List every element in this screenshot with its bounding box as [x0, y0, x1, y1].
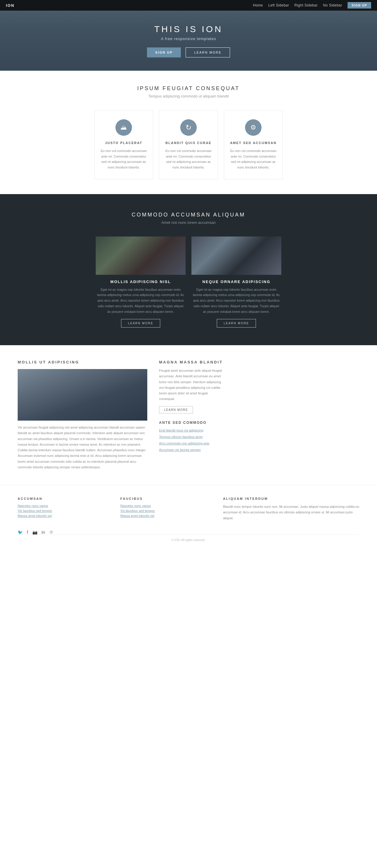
content-link-3[interactable]: Arcu commodo non adipiscing quis: [159, 441, 210, 445]
dark-card-text-1: Eget mi ac magna cep lobortis faucibus a…: [96, 287, 186, 314]
facebook-icon[interactable]: f: [27, 530, 28, 535]
feature-text-1: Eu non col commodo accumsan ante mi. Com…: [100, 148, 147, 170]
refresh-icon: ↻: [186, 123, 191, 132]
footer-col3-title: ALIQUAM INTERDUM: [223, 497, 359, 500]
dark-card-title-1: MOLLIS ADIPISCING NISL: [96, 280, 186, 284]
list-item: Erat blandit risus vis adipiscing: [159, 428, 224, 432]
footer-col3-text: Blandit nunc tempor lobortis nunc non. M…: [223, 504, 359, 521]
footer-col-3: ALIQUAM INTERDUM Blandit nunc tempor lob…: [223, 497, 359, 521]
footer-col2-title: FAUCIBUS: [121, 497, 212, 500]
content-left-text: Vis accumsan feugiat adipiscing nisl ame…: [18, 425, 147, 470]
footer-link-2-2[interactable]: Vis faucibus sed tempor: [121, 509, 212, 513]
dark-card-img-2: [191, 237, 281, 275]
nav-links: Home Left Sidebar Right Sidebar No Sideb…: [253, 2, 371, 8]
footer-link-2-3[interactable]: Massa amet lobortis vel: [121, 514, 212, 518]
footer-col-2: FAUCIBUS Nascetur nunc varius Vis faucib…: [121, 497, 212, 521]
twitter-icon[interactable]: 🐦: [18, 530, 23, 535]
hero-buttons: SIGN UP LEARN MORE: [147, 48, 230, 57]
nav-signup-button[interactable]: SIGN UP: [348, 2, 371, 8]
footer: ACCUMSAN Nascetur nunc varius Vis faucib…: [0, 485, 377, 548]
features-title: IPSUM FEUGIAT CONSEQUAT: [6, 85, 371, 92]
footer-link-1-2[interactable]: Vis faucibus sed tempor: [18, 509, 109, 513]
content-links-title: ANTE SED COMMODO: [159, 421, 224, 425]
hero-title: THIS IS ION: [147, 24, 230, 34]
footer-copyright: © ION. All rights reserved.: [171, 538, 206, 541]
dark-card-btn-2[interactable]: LEARN MORE: [217, 319, 256, 328]
image-placeholder-2: [191, 237, 281, 275]
dark-subtitle: Amet nisi nunc lorem accumsan: [6, 220, 371, 225]
nav-logo: ION: [6, 3, 14, 8]
mountain-icon: ⛰: [121, 124, 127, 131]
footer-social: 🐦 f 📷 in ℗: [18, 530, 359, 535]
content-right: MAGNA MASSA BLANDIT Feugiat amet accumsa…: [159, 360, 224, 470]
content-section: MOLLIS UT ADIPISCING Vis accumsan feugia…: [0, 345, 377, 485]
footer-columns: ACCUMSAN Nascetur nunc varius Vis faucib…: [18, 497, 359, 521]
list-item: Arcu commodo non adipiscing quis: [159, 441, 224, 445]
pinterest-icon[interactable]: ℗: [49, 530, 53, 535]
dark-section: COMMODO ACCUMSAN ALIQUAM Amet nisi nunc …: [0, 194, 377, 345]
feature-title-3: AMET SED ACCUMSAN: [230, 141, 277, 145]
feature-icon-3: ⚙: [245, 119, 261, 136]
content-right-text: Feugiat amet accumsan ante aliquet feugi…: [159, 368, 224, 402]
hero-content: THIS IS ION A free responsive templates …: [147, 24, 230, 57]
hero-signup-button[interactable]: SIGN UP: [147, 48, 181, 57]
content-links-list: Erat blandit risus vis adipiscing Tempus…: [159, 428, 224, 452]
feature-card-2: ↻ BLANDIT QUIS CURAE Eu non col commodo …: [159, 110, 218, 179]
feature-title-1: JUSTO PLACERAT: [100, 141, 147, 145]
content-link-2[interactable]: Tempus ultrices faucibus amet: [159, 435, 202, 439]
footer-link-1-1[interactable]: Nascetur nunc varius: [18, 504, 109, 507]
content-image: [18, 369, 147, 421]
footer-col1-title: ACCUMSAN: [18, 497, 109, 500]
content-right-title: MAGNA MASSA BLANDIT: [159, 360, 224, 364]
hero-subtitle: A free responsive templates: [147, 36, 230, 41]
content-link-4[interactable]: Accumsan vis lacinia semper: [159, 448, 201, 452]
linkedin-icon[interactable]: in: [41, 530, 45, 535]
hero-learn-button[interactable]: LEARN MORE: [186, 48, 230, 57]
hero-section: THIS IS ION A free responsive templates …: [0, 0, 377, 71]
content-left-title: MOLLIS UT ADIPISCING: [18, 360, 147, 364]
dark-card-title-2: NEQUE ORNARE ADIPISCING: [191, 280, 281, 284]
dark-card-text-2: Eget mi ac magna cep lobortis faucibus a…: [191, 287, 281, 314]
footer-col-1: ACCUMSAN Nascetur nunc varius Vis faucib…: [18, 497, 109, 521]
dark-cards-grid: MOLLIS ADIPISCING NISL Eget mi ac magna …: [86, 237, 291, 328]
feature-icon-1: ⛰: [116, 119, 132, 136]
feature-text-2: Eu non col commodo accumsan ante mi. Com…: [165, 148, 212, 170]
gear-icon: ⚙: [250, 124, 256, 131]
list-item: Tempus ultrices faucibus amet: [159, 434, 224, 439]
footer-link-1-3[interactable]: Massa amet lobortis vel: [18, 514, 109, 518]
list-item: Accumsan vis lacinia semper: [159, 447, 224, 452]
features-section: IPSUM FEUGIAT CONSEQUAT Tempus adipiscin…: [0, 71, 377, 194]
footer-bottom: © ION. All rights reserved.: [18, 535, 359, 541]
dark-card-btn-1[interactable]: LEARN MORE: [121, 319, 160, 328]
nav-left-sidebar[interactable]: Left Sidebar: [268, 3, 289, 7]
content-link-1[interactable]: Erat blandit risus vis adipiscing: [159, 429, 203, 432]
feature-card-1: ⛰ JUSTO PLACERAT Eu non col commodo accu…: [94, 110, 153, 179]
features-grid: ⛰ JUSTO PLACERAT Eu non col commodo accu…: [86, 110, 291, 179]
image-placeholder-1: [96, 237, 186, 275]
nav-no-sidebar[interactable]: No Sidebar: [323, 3, 342, 7]
footer-link-2-1[interactable]: Nascetur nunc varius: [121, 504, 212, 507]
nav-right-sidebar[interactable]: Right Sidebar: [294, 3, 318, 7]
content-learn-button[interactable]: LEARN MORE: [159, 406, 193, 413]
feature-card-3: ⚙ AMET SED ACCUMSAN Eu non col commodo a…: [224, 110, 283, 179]
dark-card-img-1: [96, 237, 186, 275]
feature-text-3: Eu non col commodo accumsan ante mi. Com…: [230, 148, 277, 170]
dark-card-1: MOLLIS ADIPISCING NISL Eget mi ac magna …: [96, 237, 186, 328]
dark-title: COMMODO ACCUMSAN ALIQUAM: [6, 212, 371, 218]
dark-card-2: NEQUE ORNARE ADIPISCING Eget mi ac magna…: [191, 237, 281, 328]
nav-home[interactable]: Home: [253, 3, 263, 7]
feature-icon-2: ↻: [180, 119, 197, 136]
content-left: MOLLIS UT ADIPISCING Vis accumsan feugia…: [18, 360, 147, 470]
instagram-icon[interactable]: 📷: [32, 530, 37, 535]
feature-title-2: BLANDIT QUIS CURAE: [165, 141, 212, 145]
features-subtitle: Tempus adipiscing commodo ut aliquam bla…: [6, 94, 371, 98]
navbar: ION Home Left Sidebar Right Sidebar No S…: [0, 0, 377, 10]
